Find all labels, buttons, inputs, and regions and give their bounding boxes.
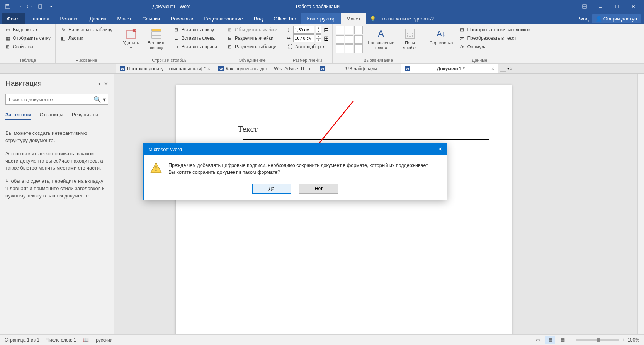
row-height-input[interactable]	[293, 26, 314, 34]
doc-tab-2[interactable]: W673 лайф радио	[316, 64, 401, 73]
share-button[interactable]: 👤 Общий доступ	[592, 14, 641, 23]
tab-office-tab[interactable]: Office Tab	[268, 13, 301, 24]
tab-close-all-icon[interactable]: ×	[510, 66, 513, 71]
width-spinner[interactable]: ▲▼	[316, 34, 321, 42]
align-ml[interactable]	[336, 35, 344, 44]
formula-button[interactable]: fxФормула	[457, 43, 532, 51]
tab-review[interactable]: Рецензирование	[199, 13, 248, 24]
zoom-slider[interactable]	[576, 339, 619, 341]
insert-right-button[interactable]: ⊐Вставить справа	[172, 43, 219, 51]
nav-tab-pages[interactable]: Страницы	[40, 112, 63, 120]
align-mc[interactable]	[345, 35, 353, 44]
no-button[interactable]: Нет	[299, 184, 338, 194]
save-icon[interactable]	[3, 2, 12, 11]
undo-icon[interactable]	[14, 2, 23, 11]
draw-table-button[interactable]: ✎Нарисовать таблицу	[59, 26, 114, 34]
doc-tab-0[interactable]: WПротокол допиту ...кциональности] *×	[116, 64, 214, 73]
align-tl[interactable]	[336, 26, 344, 34]
merge-cells-button[interactable]: ⊞Объединить ячейки	[225, 26, 279, 34]
text-direction-button[interactable]: AНаправление текста	[365, 26, 397, 57]
autofit-button[interactable]: ⛶Автоподбор▾	[285, 43, 329, 51]
select-button[interactable]: ▭Выделить▾	[3, 26, 52, 34]
nav-tab-results[interactable]: Результаты	[72, 112, 98, 120]
zoom-value[interactable]: 100%	[627, 337, 639, 343]
dialog-close-icon[interactable]: ×	[438, 146, 442, 153]
insert-above-button[interactable]: Вставить сверху	[144, 26, 169, 57]
yes-button[interactable]: Да	[252, 184, 291, 194]
new-tab-icon[interactable]: +	[500, 66, 506, 72]
insert-left-button[interactable]: ⊏Вставить слева	[172, 34, 219, 42]
col-width-input[interactable]	[293, 34, 314, 42]
align-mr[interactable]	[354, 35, 363, 44]
tab-home[interactable]: Главная	[25, 13, 54, 24]
tab-mailings[interactable]: Рассылки	[165, 13, 199, 24]
search-icon[interactable]: 🔍 ▾	[93, 96, 106, 103]
tab-file[interactable]: Файл	[2, 13, 25, 24]
height-spinner[interactable]: ▲▼	[316, 26, 321, 34]
redo-icon[interactable]	[25, 2, 34, 11]
sort-button[interactable]: A↓Сортировка	[427, 26, 455, 57]
split-table-button[interactable]: ⊡Разделить таблицу	[225, 43, 279, 51]
repeat-header-button[interactable]: ⊞Повторить строки заголовков	[457, 26, 532, 34]
doc-tab-1[interactable]: WКак_подписать_док..._WiseAdvice_IT_ru	[214, 64, 316, 73]
maximize-icon[interactable]	[609, 2, 625, 11]
distribute-cols-icon[interactable]: ⊞	[323, 35, 329, 41]
zoom-out-icon[interactable]: −	[570, 337, 573, 343]
doc-tab-label: Документ1 *	[412, 66, 489, 71]
align-tr[interactable]	[354, 26, 363, 34]
close-icon[interactable]	[625, 2, 641, 11]
signin-link[interactable]: Вход	[577, 16, 588, 22]
tab-insert[interactable]: Вставка	[54, 13, 84, 24]
tab-constructor[interactable]: Конструктор	[301, 13, 341, 24]
touch-mode-icon[interactable]	[36, 2, 45, 11]
insert-below-button[interactable]: ⊟Вставить снизу	[172, 26, 219, 34]
convert-text-button[interactable]: ⇄Преобразовать в текст	[457, 34, 532, 42]
nav-dropdown-icon[interactable]: ▾	[98, 81, 101, 87]
tab-view[interactable]: Вид	[248, 13, 268, 24]
view-read-icon[interactable]: ▭	[533, 336, 542, 344]
properties-button[interactable]: ⊞Свойства	[3, 43, 52, 51]
eraser-button[interactable]: ◧Ластик	[59, 34, 114, 42]
delete-button[interactable]: Удалить▾	[121, 26, 141, 57]
eraser-icon: ◧	[60, 35, 66, 41]
qat-dropdown-icon[interactable]: ▾	[46, 2, 56, 11]
tab-close-icon[interactable]: ×	[207, 66, 211, 71]
document-text[interactable]: Текст	[238, 124, 258, 134]
tell-me-search[interactable]: 💡 Что вы хотите сделать?	[370, 16, 434, 22]
search-input[interactable]	[5, 94, 108, 105]
zoom-in-icon[interactable]: +	[622, 337, 624, 343]
gridlines-button[interactable]: ▦Отобразить сетку	[3, 34, 52, 42]
tell-me-label: Что вы хотите сделать?	[378, 16, 434, 22]
nav-close-icon[interactable]: ✕	[104, 81, 108, 87]
align-bc[interactable]	[345, 44, 353, 53]
align-bl[interactable]	[336, 44, 344, 53]
page[interactable]: Текст	[176, 85, 512, 334]
cell-margins-button[interactable]: Поля ячейки	[399, 26, 421, 57]
align-tc[interactable]	[345, 26, 353, 34]
tab-references[interactable]: Ссылки	[137, 13, 165, 24]
tab-layout[interactable]: Макет	[112, 13, 137, 24]
doc-tab-3[interactable]: WДокумент1 *×	[401, 64, 499, 73]
nav-tab-headings[interactable]: Заголовки	[5, 112, 31, 120]
svg-rect-5	[126, 31, 136, 38]
spellcheck-icon[interactable]: 📖	[83, 337, 89, 343]
split-cells-button[interactable]: ⊟Разделить ячейки	[225, 34, 279, 42]
scrollbar-vertical[interactable]	[637, 74, 644, 334]
tab-menu-icon[interactable]: ▾	[507, 66, 509, 71]
navigation-pane: Навигация ▾✕ 🔍 ▾ Заголовки Страницы Резу…	[0, 74, 114, 334]
status-words[interactable]: Число слов: 1	[46, 337, 76, 343]
status-page[interactable]: Страница 1 из 1	[5, 337, 39, 343]
tab-design[interactable]: Дизайн	[84, 13, 112, 24]
tab-close-icon[interactable]: ×	[491, 66, 494, 71]
tab-table-layout[interactable]: Макет	[341, 13, 366, 24]
view-print-icon[interactable]: ▤	[545, 336, 555, 344]
status-language[interactable]: русский	[96, 337, 112, 343]
distribute-rows-icon[interactable]: ⊟	[323, 27, 329, 33]
view-web-icon[interactable]: ▦	[558, 336, 567, 344]
group-cellsize-label: Размер ячейки	[285, 57, 329, 63]
align-br[interactable]	[354, 44, 363, 53]
minimize-icon[interactable]	[593, 2, 608, 11]
insert-right-icon: ⊐	[173, 44, 179, 50]
document-canvas[interactable]: Текст	[114, 74, 644, 334]
ribbon-options-icon[interactable]	[577, 2, 592, 11]
